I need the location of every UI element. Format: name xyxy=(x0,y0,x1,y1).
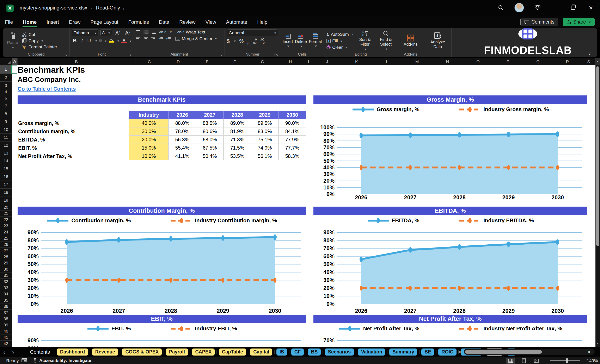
menu-tab-page-layout[interactable]: Page Layout xyxy=(85,16,123,28)
kpi-value-cell[interactable]: 89.5% xyxy=(251,119,279,127)
column-headers[interactable]: ABCDEFGHIJKLMNOPQRS xyxy=(0,58,595,65)
page-break-view-button[interactable] xyxy=(532,358,541,364)
decrease-indent-icon[interactable] xyxy=(158,37,163,40)
row-header-42[interactable]: 42 xyxy=(0,341,12,347)
row-header-13[interactable]: 13 xyxy=(0,149,12,157)
kpi-value-cell[interactable]: 71.8% xyxy=(224,136,251,144)
row-header-29[interactable]: 29 xyxy=(0,260,12,266)
menu-tab-data[interactable]: Data xyxy=(154,16,174,28)
sheet-tab-capex[interactable]: CAPEX xyxy=(192,348,215,355)
number-dialog-launcher-icon[interactable]: ↘ xyxy=(275,53,279,56)
close-button[interactable]: × xyxy=(587,3,595,12)
zoom-out-button[interactable]: − xyxy=(543,358,546,364)
align-bottom-icon[interactable] xyxy=(152,30,156,34)
alignment-dialog-launcher-icon[interactable]: ↘ xyxy=(219,53,223,56)
vertical-scrollbar-thumb[interactable] xyxy=(596,66,599,246)
cut-button[interactable]: Cut xyxy=(22,32,57,37)
row-header-6[interactable]: 6 xyxy=(0,94,12,102)
scroll-up-icon[interactable]: ▲ xyxy=(595,58,600,65)
delete-cells-button[interactable]: Delete∨ xyxy=(295,34,307,48)
column-header-N[interactable]: N xyxy=(432,58,463,65)
sheet-tab-scenarios[interactable]: Scenarios xyxy=(325,348,354,355)
merge-center-button[interactable]: ↔ Merge & Center∨ xyxy=(175,36,217,41)
zoom-in-button[interactable]: + xyxy=(581,358,584,364)
row-header-4[interactable]: 4 xyxy=(0,90,12,94)
row-header-2[interactable]: 2 xyxy=(0,74,12,82)
kpi-industry-cell[interactable]: 10.0% xyxy=(129,152,169,160)
row-header-15[interactable]: 15 xyxy=(0,165,12,173)
row-header-19[interactable]: 19 xyxy=(0,196,12,204)
table-of-contents-link[interactable]: Go to Table of Contents xyxy=(18,86,76,92)
select-all-corner[interactable] xyxy=(0,58,12,65)
sheet-tab-bs[interactable]: BS xyxy=(308,348,321,355)
column-header-O[interactable]: O xyxy=(463,58,493,65)
chart-contribution-margin-[interactable]: Contribution Margin, %Contribution margi… xyxy=(18,207,306,314)
kpi-value-cell[interactable]: 58.3% xyxy=(279,152,306,160)
menu-tab-automate[interactable]: Automate xyxy=(221,16,252,28)
zoom-slider-thumb[interactable] xyxy=(566,358,568,363)
sheet-tab-summary[interactable]: Summary xyxy=(389,348,417,355)
kpi-value-cell[interactable]: 56.1% xyxy=(251,152,279,160)
read-only-chevron-icon[interactable]: ∨ xyxy=(122,7,124,10)
clipboard-dialog-launcher-icon[interactable]: ↘ xyxy=(64,53,68,56)
kpi-value-cell[interactable]: 77.7% xyxy=(279,144,306,152)
collapse-ribbon-icon[interactable]: ∨ xyxy=(588,51,591,56)
orientation-button[interactable]: ab↗ xyxy=(159,30,166,34)
row-header-12[interactable]: 12 xyxy=(0,142,12,149)
row-header-30[interactable]: 30 xyxy=(0,266,12,273)
sheet-tab-roic[interactable]: ROIC xyxy=(438,348,457,355)
row-header-37[interactable]: 37 xyxy=(0,310,12,316)
zoom-level[interactable]: 140% xyxy=(587,358,598,363)
row-header-21[interactable]: 21 xyxy=(0,210,12,217)
align-top-icon[interactable] xyxy=(136,30,141,34)
row-header-38[interactable]: 38 xyxy=(0,316,12,322)
row-header-25[interactable]: 25 xyxy=(0,235,12,242)
kpi-value-cell[interactable]: 53.5% xyxy=(224,152,251,160)
menu-tab-formulas[interactable]: Formulas xyxy=(123,16,154,28)
align-right-icon[interactable] xyxy=(151,37,156,40)
format-cells-button[interactable]: Format∨ xyxy=(309,34,322,48)
column-header-E[interactable]: E xyxy=(193,58,221,65)
row-header-18[interactable]: 18 xyxy=(0,189,12,196)
menu-tab-help[interactable]: Help xyxy=(252,16,272,28)
minimize-button[interactable]: — xyxy=(551,3,560,12)
fill-button[interactable]: Fill∨ xyxy=(327,38,353,43)
align-center-icon[interactable] xyxy=(143,37,148,40)
find-select-button[interactable]: Find & Select∨ xyxy=(376,31,395,50)
kpi-value-cell[interactable]: 81.9% xyxy=(224,127,251,136)
menu-tab-file[interactable]: File xyxy=(0,16,18,28)
chart-ebit-[interactable]: EBIT, %EBIT, %Industry EBIT, %90%80%70%6… xyxy=(18,315,306,347)
kpi-value-cell[interactable]: 41.1% xyxy=(169,152,196,160)
row-header-3[interactable]: 3 xyxy=(0,82,12,90)
font-name-select[interactable]: Tahoma∨ xyxy=(72,29,98,36)
kpi-value-cell[interactable]: 75.1% xyxy=(251,136,279,144)
search-icon[interactable] xyxy=(497,3,505,12)
column-header-S[interactable]: S xyxy=(582,58,595,65)
column-header-I[interactable]: I xyxy=(304,58,313,65)
column-header-P[interactable]: P xyxy=(493,58,523,65)
horizontal-scrollbar[interactable] xyxy=(464,349,595,355)
decrease-font-size-button[interactable]: A∨ xyxy=(124,30,132,36)
row-header-11[interactable]: 11 xyxy=(0,134,12,142)
row-header-34[interactable]: 34 xyxy=(0,291,12,297)
number-format-select[interactable]: General∨ xyxy=(227,29,278,36)
sheet-tab-be[interactable]: BE xyxy=(421,348,434,355)
row-header-20[interactable]: 20 xyxy=(0,204,12,210)
sheet-tab-is[interactable]: IS xyxy=(276,348,287,355)
gem-premium-icon[interactable] xyxy=(534,3,542,12)
row-header-8[interactable]: 8 xyxy=(0,110,12,118)
page-layout-view-button[interactable] xyxy=(519,358,528,364)
sheet-tab-payroll[interactable]: Payroll xyxy=(166,348,188,355)
kpi-value-cell[interactable]: 83.0% xyxy=(251,127,279,136)
row-header-31[interactable]: 31 xyxy=(0,273,12,279)
read-only-badge[interactable]: Read-Only xyxy=(96,5,120,10)
row-headers[interactable]: 1234678910111213141516171819202122232425… xyxy=(0,65,12,347)
scroll-right-icon[interactable]: ▶ xyxy=(588,350,591,354)
row-header-9[interactable]: 9 xyxy=(0,118,12,126)
sort-filter-button[interactable]: AZ Sort & Filter∨ xyxy=(357,31,373,50)
normal-view-button[interactable] xyxy=(506,358,515,364)
row-header-1[interactable]: 1 xyxy=(0,65,12,74)
next-sheet-icon[interactable]: › xyxy=(9,349,18,355)
kpi-value-cell[interactable]: 88.5% xyxy=(196,119,224,127)
column-header-H[interactable]: H xyxy=(277,58,304,65)
